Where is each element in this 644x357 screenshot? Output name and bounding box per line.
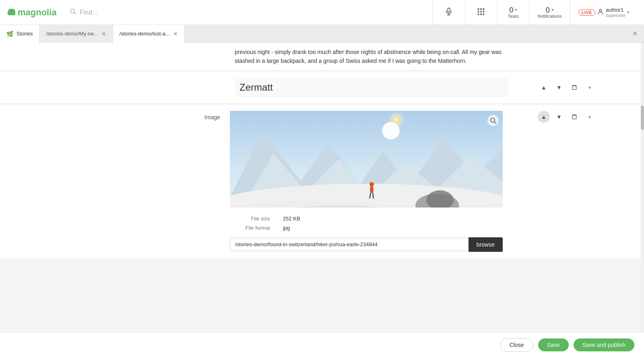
svg-rect-8 (478, 11, 479, 12)
file-size-value: 252 KB (283, 216, 300, 222)
svg-point-18 (382, 122, 399, 139)
file-format-value: jpg (283, 225, 290, 231)
file-format-label: File format (230, 225, 270, 231)
image-section-controls: ▲ ▼ + (538, 111, 596, 123)
tabs-bar: 🌿 Stories /stories-demo/My-ne... ✕ /stor… (0, 25, 644, 43)
author-chevron: ▾ (627, 10, 630, 15)
heading-section-controls: ▲ ▼ + (538, 81, 596, 93)
image-placeholder-svg (230, 111, 503, 208)
image-content: File size 252 KB File format jpg browse (230, 111, 503, 252)
tab-stories-demo-lost-a-label: /stories-demo/lost-a... (120, 31, 170, 37)
live-author-button[interactable]: LIVE author1 superuser ▾ (570, 0, 638, 25)
author-role: superuser (606, 13, 625, 18)
app-name: magnolia (18, 7, 57, 18)
heading-move-up-button[interactable]: ▲ (538, 81, 550, 93)
svg-rect-13 (483, 13, 485, 15)
person-icon (597, 8, 604, 17)
live-badge: LIVE (578, 9, 595, 16)
svg-rect-36 (572, 115, 576, 119)
file-size-row: File size 252 KB (230, 216, 503, 222)
svg-point-14 (599, 9, 602, 12)
text-content: previous night - simply drank too much a… (235, 48, 503, 66)
notifications-button[interactable]: 0 ▾ Notifications (529, 0, 570, 25)
heading-input[interactable] (235, 78, 508, 97)
logo: magnolia (6, 7, 63, 18)
browse-button[interactable]: browse (469, 237, 503, 252)
main-content: previous night - simply drank too much a… (0, 43, 644, 357)
svg-rect-7 (483, 8, 485, 10)
save-publish-button[interactable]: Save and publish (574, 338, 634, 351)
image-section-inner: Image (135, 111, 509, 252)
image-preview-box (230, 111, 503, 208)
image-section: Image (0, 104, 644, 258)
close-button[interactable]: Close (500, 338, 533, 352)
tab-stories-demo-lost-a[interactable]: /stories-demo/lost-a... ✕ (113, 25, 185, 43)
svg-rect-12 (480, 13, 482, 15)
tasks-chevron: ▾ (515, 7, 517, 12)
svg-line-27 (373, 193, 373, 199)
heading-add-button[interactable]: + (584, 81, 596, 93)
image-label: Image (141, 111, 230, 120)
author-name: author1 (606, 7, 623, 13)
svg-rect-9 (480, 11, 482, 12)
search-icon (69, 8, 76, 17)
tasks-count: 0 (509, 6, 513, 14)
app-header: magnolia Find... 0 ▾ Tasks (0, 0, 644, 25)
svg-rect-10 (483, 11, 485, 12)
notifications-chevron: ▾ (551, 7, 554, 12)
heading-move-down-button[interactable]: ▼ (553, 81, 565, 93)
tasks-label: Tasks (508, 14, 519, 19)
tab-stories[interactable]: 🌿 Stories (0, 25, 39, 43)
bottom-bar: Close Save Save and publish (0, 332, 644, 357)
svg-rect-11 (478, 13, 479, 15)
image-zoom-icon[interactable] (487, 115, 499, 126)
svg-rect-24 (370, 187, 373, 193)
scrollbar-thumb[interactable] (641, 106, 644, 130)
file-size-label: File size (230, 216, 270, 222)
grid-button[interactable] (465, 0, 497, 25)
tabs-global-close[interactable]: ✕ (626, 30, 644, 37)
heading-delete-button[interactable] (568, 81, 580, 93)
heading-section: ▲ ▼ + (0, 71, 644, 104)
stories-leaf-icon: 🌿 (6, 31, 13, 37)
image-move-up-button[interactable]: ▲ (538, 111, 550, 123)
text-content-section: previous night - simply drank too much a… (0, 43, 644, 71)
tab-stories-label: Stories (17, 31, 33, 37)
save-button[interactable]: Save (538, 338, 569, 351)
image-move-down-button[interactable]: ▼ (553, 111, 565, 123)
file-format-row: File format jpg (230, 225, 503, 231)
svg-line-1 (74, 12, 76, 14)
mic-button[interactable] (433, 0, 465, 25)
notifications-label: Notifications (538, 14, 562, 19)
notifications-count: 0 (546, 6, 550, 14)
scrollbar-track[interactable] (641, 43, 644, 357)
tab-stories-demo-my-ne-label: /stories-demo/My-ne... (46, 31, 98, 37)
search-placeholder[interactable]: Find... (80, 9, 97, 16)
image-meta: File size 252 KB File format jpg (230, 212, 503, 231)
svg-rect-15 (572, 86, 576, 89)
image-add-button[interactable]: + (584, 111, 596, 123)
image-delete-button[interactable] (568, 111, 580, 123)
svg-rect-2 (448, 8, 450, 12)
header-actions: 0 ▾ Tasks 0 ▾ Notifications LIVE author1 (433, 0, 638, 25)
browse-row: browse (230, 237, 503, 252)
tab-stories-demo-my-ne[interactable]: /stories-demo/My-ne... ✕ (39, 25, 113, 43)
tab-close-lost-a[interactable]: ✕ (173, 31, 178, 37)
svg-point-25 (369, 182, 374, 187)
leaf-icon (6, 8, 15, 17)
svg-rect-5 (478, 8, 479, 10)
image-path-input[interactable] (230, 238, 469, 251)
tab-close-my-ne[interactable]: ✕ (101, 31, 106, 37)
svg-rect-6 (480, 8, 482, 10)
svg-line-35 (494, 122, 496, 123)
tasks-button[interactable]: 0 ▾ Tasks (497, 0, 529, 25)
mic-icon (444, 7, 453, 18)
grid-icon (477, 7, 485, 18)
search-bar[interactable]: Find... (69, 8, 230, 17)
